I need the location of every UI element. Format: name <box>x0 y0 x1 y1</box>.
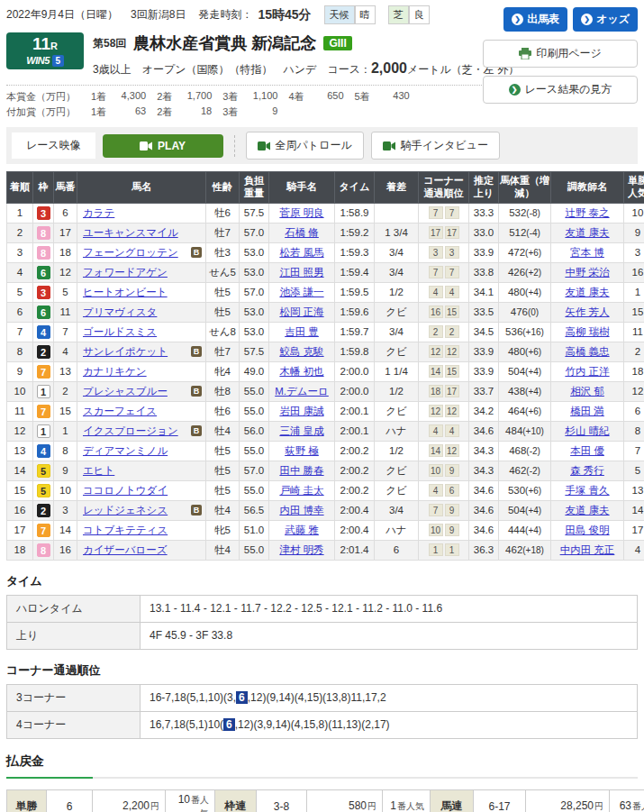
trainer-link[interactable]: 田島 俊明 <box>565 525 609 535</box>
trainer-link[interactable]: 竹内 正洋 <box>565 366 609 377</box>
trainer-link[interactable]: 高橋 義忠 <box>565 346 609 357</box>
jockey-link[interactable]: 田中 勝春 <box>279 465 323 476</box>
trainer-cell: 高柳 瑞樹 <box>551 322 624 342</box>
results-table: 着順枠馬番馬名性齢負担重量騎手名タイム着差コーナー通過順位推定上り馬体重（増減）… <box>6 171 644 561</box>
prize-rank-label: 5着 <box>355 90 370 104</box>
horse-name-cell: カナリキケン <box>77 361 206 381</box>
horse-name-link[interactable]: カイザーバローズ <box>83 544 168 555</box>
trainer-link[interactable]: 友道 康夫 <box>565 287 609 297</box>
jockey-interview-button[interactable]: 騎手インタビュー <box>371 132 500 160</box>
trainer-link[interactable]: 矢作 芳人 <box>565 306 609 317</box>
jockey-link[interactable]: 三浦 皇成 <box>279 425 323 436</box>
horse-name-link[interactable]: プリマヴィスタ <box>83 306 157 317</box>
last-3f: 36.3 <box>469 540 499 560</box>
conditions-text: 3歳以上 オープン（国際）（特指） ハンデ コース： <box>93 63 371 76</box>
jockey-link[interactable]: 鮫島 克駿 <box>279 346 323 357</box>
corner-position-box: 2 <box>445 325 459 338</box>
prize-value: 1,700 <box>172 90 212 104</box>
carried-weight: 53.0 <box>240 242 269 262</box>
win-popularity: 4 <box>624 540 644 560</box>
popularity-suffix: 番人気 <box>632 801 644 811</box>
odds-button[interactable]: ❯ オッズ <box>573 7 638 32</box>
last-3f: 33.9 <box>469 361 499 381</box>
carried-weight: 55.0 <box>240 441 269 461</box>
jockey-link[interactable]: 荻野 極 <box>285 445 319 456</box>
corner-row-value: 16,7,18(5,1)10(6,12)(3,9,14)(4,15,8)(11,… <box>141 711 638 738</box>
horse-name-link[interactable]: フォワードアゲン <box>83 267 168 278</box>
corner-position-box: 12 <box>429 405 443 417</box>
jockey-link[interactable]: 木幡 初也 <box>279 366 323 377</box>
horse-name-link[interactable]: カラテ <box>83 207 114 218</box>
jockey-link[interactable]: 津村 明秀 <box>279 544 323 555</box>
horse-name-link[interactable]: コトブキテティス <box>83 525 168 535</box>
jockey-link[interactable]: 江田 照男 <box>279 267 323 278</box>
frame-number-badge: 6 <box>37 266 50 279</box>
result-guide-button[interactable]: ❯ レース結果の見方 <box>483 76 638 104</box>
racecard-button[interactable]: ❯ 出馬表 <box>503 7 567 32</box>
trainer-link[interactable]: 中内田 充正 <box>560 544 615 555</box>
win-popularity: 3 <box>624 242 644 262</box>
trainer-link[interactable]: 宮本 博 <box>570 247 604 258</box>
trainer-link[interactable]: 本田 優 <box>570 445 604 456</box>
jockey-cell: 岩田 康誠 <box>269 401 335 421</box>
trainer-link[interactable]: 杉山 晴紀 <box>565 425 609 436</box>
jockey-link[interactable]: 池添 謙一 <box>279 287 323 297</box>
horse-name-link[interactable]: プレシャスブルー <box>83 386 168 397</box>
trainer-link[interactable]: 森 秀行 <box>570 465 604 476</box>
horse-name-link[interactable]: サンレイポケット <box>83 346 168 357</box>
play-button[interactable]: PLAY <box>103 134 223 158</box>
race-video-label[interactable]: レース映像 <box>12 132 95 159</box>
corner-position-box: 14 <box>429 444 443 457</box>
trainer-cell: 辻野 泰之 <box>551 203 624 223</box>
horse-weight-value: 480 <box>508 346 525 357</box>
trainer-link[interactable]: 高柳 瑞樹 <box>565 326 609 337</box>
trainer-link[interactable]: 友道 康夫 <box>565 505 609 515</box>
jockey-link[interactable]: 岩田 康誠 <box>279 406 323 416</box>
jockey-link[interactable]: 松岡 正海 <box>279 306 323 317</box>
jockey-link[interactable]: 松若 風馬 <box>279 247 323 258</box>
jockey-link[interactable]: 石橋 脩 <box>285 227 319 238</box>
horse-name-cell: カイザーバローズ <box>77 540 206 560</box>
jockey-link[interactable]: 武藤 雅 <box>285 525 319 535</box>
jockey-link[interactable]: 戸崎 圭太 <box>279 485 323 496</box>
horse-name-link[interactable]: レッドジェネシス <box>83 505 168 515</box>
trainer-link[interactable]: 友道 康夫 <box>565 227 609 238</box>
horse-name-link[interactable]: カナリキケン <box>83 366 147 377</box>
horse-name-link[interactable]: ゴールドスミス <box>83 326 157 337</box>
print-page-button[interactable]: 印刷用ページ <box>483 40 638 68</box>
jockey-link[interactable]: M.デムーロ <box>275 386 329 397</box>
horse-name-link[interactable]: フェーングロッテン <box>83 247 178 258</box>
corner-positions: 1212 <box>419 401 469 421</box>
horse-weight-value: 462 <box>505 544 522 555</box>
table-row: 1623レッドジェネシスB牡456.5内田 博幸2:00.43/47934.65… <box>7 500 644 520</box>
payout-amount-value: 580 <box>349 799 367 812</box>
prize-value: 1,100 <box>238 90 277 104</box>
last-3f: 34.6 <box>469 500 499 520</box>
horse-name-link[interactable]: ヒートオンビート <box>83 287 168 297</box>
horse-name-cell: スカーフェイス <box>77 401 206 421</box>
finish-time: 2:00.2 <box>335 441 375 461</box>
horse-name-link[interactable]: ユーキャンスマイル <box>83 227 178 238</box>
trainer-link[interactable]: 辻野 泰之 <box>565 207 609 218</box>
jockey-link[interactable]: 内田 博幸 <box>279 505 323 515</box>
frame-number-badge: 5 <box>37 464 50 478</box>
trainer-link[interactable]: 中野 栄治 <box>565 267 609 278</box>
trainer-cell: 本田 優 <box>551 441 624 461</box>
horse-name-link[interactable]: エヒト <box>83 465 114 476</box>
trainer-link[interactable]: 橋田 満 <box>570 406 604 416</box>
horse-name-link[interactable]: スカーフェイス <box>83 406 157 416</box>
trainer-link[interactable]: 相沢 郁 <box>570 386 604 397</box>
jockey-link[interactable]: 吉田 豊 <box>285 326 319 337</box>
horse-name-link[interactable]: イクスプロージョン <box>83 425 178 436</box>
horse-weight: 462(+18) <box>499 540 551 560</box>
finish-position: 7 <box>7 322 33 342</box>
jockey-link[interactable]: 菅原 明良 <box>279 207 323 218</box>
trainer-link[interactable]: 手塚 貴久 <box>565 485 609 496</box>
time-row-label: ハロンタイム <box>7 595 141 622</box>
horse-name-link[interactable]: ディアマンミノル <box>83 445 168 456</box>
finish-position: 1 <box>7 203 33 223</box>
patrol-video-button[interactable]: 全周パトロール <box>246 132 364 160</box>
frame-cell: 7 <box>33 520 54 540</box>
horse-name-link[interactable]: ココロノトウダイ <box>83 485 168 496</box>
prize-row-label: 付加賞（万円） <box>6 105 80 119</box>
